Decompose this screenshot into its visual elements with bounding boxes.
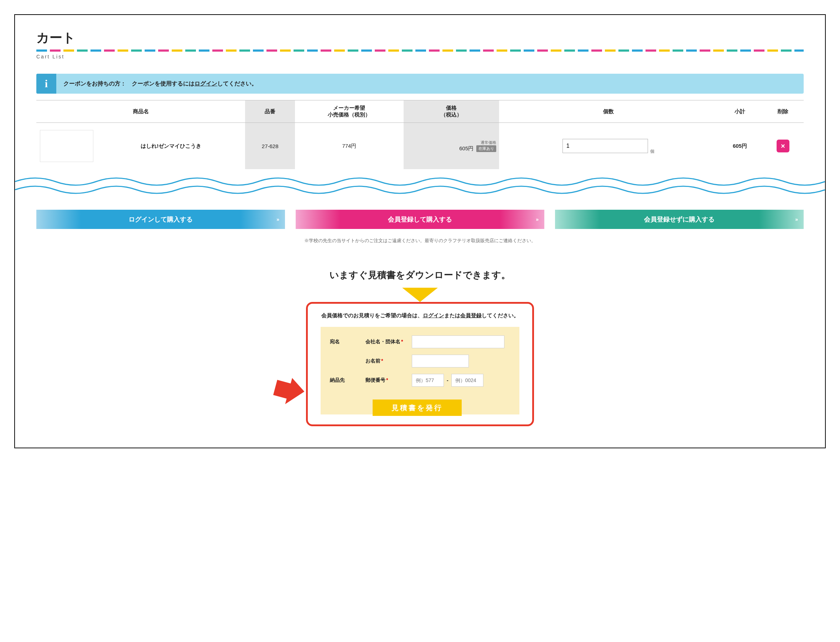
company-field-label: 会社名・団体名* xyxy=(366,339,412,345)
col-msrp: メーカー希望 小売価格（税別） xyxy=(295,101,403,123)
arrow-down-icon xyxy=(36,288,804,303)
page-frame: カート Cart List i クーポンをお持ちの方： クーポンを使用するにはロ… xyxy=(14,14,826,448)
chevron-right-icon: » xyxy=(795,217,796,222)
guest-purchase-label: 会員登録せずに購入する xyxy=(644,216,715,223)
zip1-input[interactable] xyxy=(412,374,444,387)
coupon-info-text: クーポンをお持ちの方： クーポンを使用するにはログインしてください。 xyxy=(63,80,257,88)
quote-submit-button[interactable]: 見積書を発行 xyxy=(373,399,462,416)
delivery-section-label: 納品先 xyxy=(330,377,366,384)
delete-button[interactable]: × xyxy=(777,139,790,152)
name-input[interactable] xyxy=(412,355,469,368)
quote-note: 会員価格でのお見積りをご希望の場合は、ログインまたは会員登録してください。 xyxy=(321,312,519,319)
col-code: 品番 xyxy=(245,101,295,123)
page-title: カート xyxy=(36,29,804,47)
register-purchase-button[interactable]: 会員登録して購入する » xyxy=(296,210,544,229)
cart-table: 商品名 品番 メーカー希望 小売価格（税別） 価格 （税込） 個数 小計 削除 … xyxy=(36,100,804,169)
login-purchase-button[interactable]: ログインして購入する » xyxy=(36,210,285,229)
product-name: はしれ!ゼンマイひこうき xyxy=(97,123,245,170)
col-subtotal: 小計 xyxy=(717,101,762,123)
coupon-info-suffix: してください。 xyxy=(217,81,257,86)
zip-field-label: 郵便番号* xyxy=(366,377,412,384)
svg-marker-1 xyxy=(272,377,304,408)
register-purchase-label: 会員登録して購入する xyxy=(388,216,452,223)
col-name: 商品名 xyxy=(36,101,245,123)
product-price: 605円 xyxy=(459,145,473,151)
quote-heading: いますぐ見積書をダウンロードできます。 xyxy=(36,269,804,281)
svg-marker-0 xyxy=(402,288,438,302)
pointer-arrow-icon xyxy=(272,377,304,410)
quote-register-link[interactable]: 会員登録 xyxy=(460,312,482,318)
price-label: 通常価格 xyxy=(406,140,497,145)
info-icon: i xyxy=(36,74,56,94)
company-input[interactable] xyxy=(412,336,504,348)
page-subtitle: Cart List xyxy=(36,54,804,60)
col-price: 価格 （税込） xyxy=(404,101,499,123)
coupon-login-link[interactable]: ログイン xyxy=(195,81,217,86)
guest-purchase-button[interactable]: 会員登録せずに購入する » xyxy=(555,210,804,229)
coupon-info-prefix: クーポンをお持ちの方： クーポンを使用するには xyxy=(63,81,195,86)
coupon-info-bar: i クーポンをお持ちの方： クーポンを使用するにはログインしてください。 xyxy=(36,74,804,94)
zip-dash: - xyxy=(447,378,448,383)
purchase-note: ※学校の先生の当サイトからのご注文はご遠慮ください。最寄りのクラフテリオ取扱販売… xyxy=(36,237,804,244)
product-thumbnail xyxy=(40,130,93,162)
stock-badge: 在庫あり xyxy=(476,145,496,152)
addressee-section-label: 宛名 xyxy=(330,339,366,345)
title-divider xyxy=(36,50,804,52)
close-icon: × xyxy=(781,142,785,150)
chevron-right-icon: » xyxy=(536,217,537,222)
login-purchase-label: ログインして購入する xyxy=(128,216,193,223)
product-code: 27-628 xyxy=(245,123,295,170)
chevron-right-icon: » xyxy=(276,217,278,222)
wave-separator xyxy=(15,173,825,199)
cart-row: はしれ!ゼンマイひこうき 27-628 774円 通常価格 605円 在庫あり … xyxy=(36,123,804,170)
col-qty: 個数 xyxy=(499,101,717,123)
quote-form: 宛名 会社名・団体名* お名前* 納品先 郵便番号* - 見積書を発行 xyxy=(321,327,519,415)
product-subtotal: 605円 xyxy=(717,123,762,170)
purchase-actions: ログインして購入する » 会員登録して購入する » 会員登録せずに購入する » xyxy=(36,210,804,229)
quote-box: 会員価格でのお見積りをご希望の場合は、ログインまたは会員登録してください。 宛名… xyxy=(306,302,534,426)
col-delete: 削除 xyxy=(762,101,804,123)
quote-login-link[interactable]: ログイン xyxy=(423,312,444,318)
product-msrp: 774円 xyxy=(295,123,403,170)
zip2-input[interactable] xyxy=(451,374,483,387)
quantity-input[interactable] xyxy=(562,139,648,153)
name-field-label: お名前* xyxy=(366,358,412,364)
quantity-unit: 個 xyxy=(650,149,655,154)
